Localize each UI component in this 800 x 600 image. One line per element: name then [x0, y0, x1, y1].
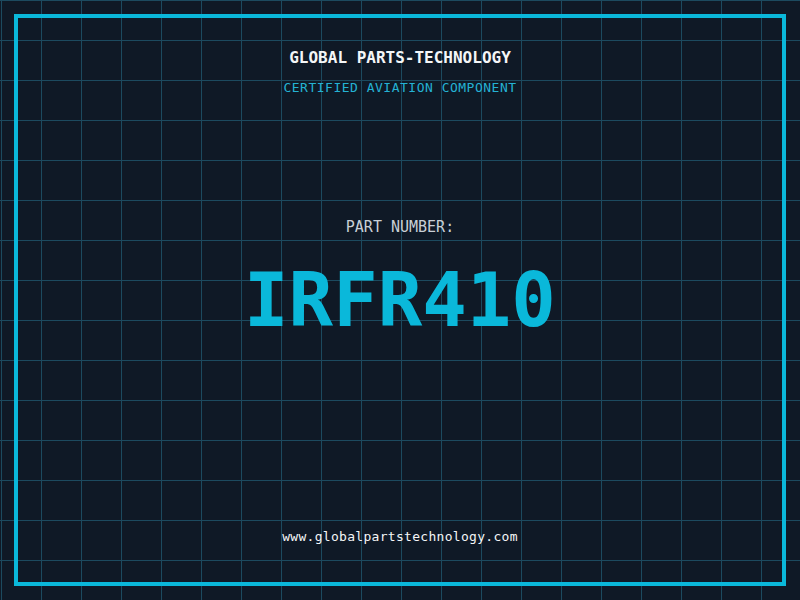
website-url: www.globalpartstechnology.com — [0, 529, 800, 544]
company-name: GLOBAL PARTS-TECHNOLOGY — [0, 48, 800, 67]
part-number-label: PART NUMBER: — [0, 218, 800, 236]
part-banner: GLOBAL PARTS-TECHNOLOGY CERTIFIED AVIATI… — [0, 0, 800, 600]
certification-tagline: CERTIFIED AVIATION COMPONENT — [0, 80, 800, 95]
part-number-value: IRFR410 — [0, 263, 800, 337]
